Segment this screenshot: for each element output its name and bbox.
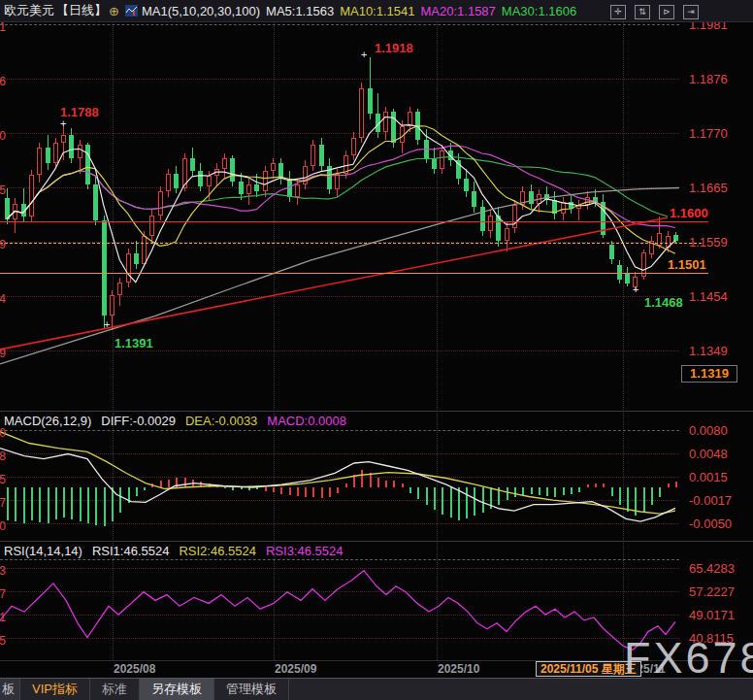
template-tab-sel[interactable]: 另存模板 bbox=[140, 679, 214, 700]
swing-high-label: 1.1918 bbox=[375, 41, 413, 55]
axis-price-label: 1.1770 bbox=[689, 126, 728, 141]
left-clipped-axis-label: 0.0015 bbox=[0, 470, 6, 483]
macd-axis-label: -0.0017 bbox=[689, 493, 732, 508]
template-tab-default[interactable]: 管理模板 bbox=[214, 679, 289, 700]
left-clipped-axis-label: 0.0048 bbox=[0, 447, 6, 460]
indicator-lines-layer bbox=[0, 0, 753, 700]
indicator-value-label: RSI3:46.5524 bbox=[266, 544, 344, 558]
left-clipped-axis-label: 1.1876 bbox=[0, 72, 6, 85]
extreme-cross-marker: + bbox=[361, 49, 367, 60]
macd-axis-label: 0.0048 bbox=[689, 447, 728, 461]
zoom-y-axis-icon[interactable]: ⇅ bbox=[635, 5, 650, 19]
panel-separator[interactable] bbox=[0, 411, 753, 412]
macd-axis-label: 0.0080 bbox=[689, 423, 728, 438]
indicator-value-label: DEA:-0.0033 bbox=[185, 414, 257, 428]
axis-price-label: 1.1454 bbox=[689, 289, 728, 304]
period-label: 【日线】 bbox=[56, 2, 107, 19]
extreme-cross-marker: + bbox=[60, 117, 66, 129]
left-clipped-axis-label: 1.1770 bbox=[0, 126, 6, 140]
ma-value-label: MA20:1.1587 bbox=[421, 4, 496, 18]
ma-value-label: MA5:1.1563 bbox=[266, 4, 334, 18]
date-axis-label: 2025/08 bbox=[114, 662, 155, 676]
chart-header-bar: 欧元美元 【日线】 ⊕ MA1(5,10,20,30,100)MA5:1.156… bbox=[0, 0, 753, 22]
template-tab-std[interactable]: 标准 bbox=[90, 679, 140, 700]
macd-dea-line bbox=[0, 432, 675, 515]
rsi-readout-row: RSI(14,14,14)RSI1:46.5524RSI2:46.5524RSI… bbox=[4, 544, 352, 558]
left-clipped-axis-label: 1.1665 bbox=[0, 181, 6, 194]
ma5-line bbox=[7, 117, 675, 282]
axis-price-label: 1.1559 bbox=[689, 235, 728, 250]
macd-axis-label: -0.0050 bbox=[689, 517, 732, 531]
last-price-dashed-line bbox=[0, 243, 702, 244]
date-axis-label: 2025/09 bbox=[275, 662, 316, 676]
indicator-value-label: RSI1:46.5524 bbox=[92, 544, 170, 558]
ma-values-readout: MA1(5,10,20,30,100)MA5:1.1563MA10:1.1541… bbox=[142, 4, 582, 18]
trend-line bbox=[0, 216, 679, 350]
left-clipped-axis-label: 0.0080 bbox=[0, 423, 6, 437]
template-tab-bar: 板VIP指标标准另存模板管理模板 bbox=[0, 678, 753, 700]
left-clipped-axis-label: -0.0050 bbox=[0, 517, 6, 530]
macd-readout-row: MACD(26,12,9)DIFF:-0.0029DEA:-0.0033MACD… bbox=[4, 414, 356, 428]
axis-price-label: 1.1876 bbox=[689, 72, 728, 86]
left-clipped-axis-label: 57.2227 bbox=[0, 584, 6, 598]
axis-price-label: 1.1665 bbox=[689, 181, 728, 195]
swing-low-label: 1.1468 bbox=[644, 295, 683, 310]
indicator-value-label: RSI2:46.5524 bbox=[179, 544, 256, 558]
left-clipped-axis-label: -0.0017 bbox=[0, 493, 6, 507]
crosshair-icon[interactable]: ✛ bbox=[610, 5, 626, 19]
axis-price-label: 1.1349 bbox=[689, 344, 728, 358]
template-tab-vip[interactable]: VIP指标 bbox=[20, 679, 90, 700]
date-axis-label: 2025/10 bbox=[438, 662, 479, 676]
chart-toolbar: ✛⇅⊳⇥ bbox=[607, 3, 704, 19]
resistance-line-label: 1.1600 bbox=[668, 206, 710, 220]
price-level-boxed-label[interactable]: 1.1319 bbox=[681, 365, 737, 383]
indicator-value-label: MACD(26,12,9) bbox=[4, 414, 91, 428]
mini-chart-icon bbox=[125, 5, 138, 17]
rsi-line bbox=[0, 571, 675, 650]
rsi-axis-label: 49.0171 bbox=[689, 608, 735, 622]
ma-value-label: MA30:1.1606 bbox=[502, 4, 576, 18]
rsi-axis-label: 40.8115 bbox=[689, 631, 734, 646]
left-clipped-axis-label: 49.0171 bbox=[0, 608, 6, 621]
rsi-axis-label: 65.4283 bbox=[689, 561, 735, 576]
left-clipped-axis-label: 40.8115 bbox=[0, 631, 6, 645]
support-line-1p1501[interactable] bbox=[0, 273, 708, 274]
support-line-label: 1.1501 bbox=[666, 257, 708, 272]
ma-value-label: MA1(5,10,20,30,100) bbox=[142, 4, 260, 18]
swing-low-label: 1.1391 bbox=[115, 336, 153, 350]
indicator-value-label: MACD:0.0008 bbox=[267, 414, 346, 428]
panel-separator[interactable] bbox=[0, 541, 753, 542]
indicator-value-label: DIFF:-0.0029 bbox=[101, 414, 176, 428]
symbol-title: 欧元美元 bbox=[4, 2, 54, 19]
left-clipped-axis-label: 1.1454 bbox=[0, 289, 6, 303]
chart-application-window: 欧元美元 【日线】 ⊕ MA1(5,10,20,30,100)MA5:1.156… bbox=[0, 0, 753, 700]
extreme-cross-marker: + bbox=[633, 283, 638, 295]
rsi-axis-label: 57.2227 bbox=[689, 584, 735, 599]
macd-axis-label: 0.0015 bbox=[689, 470, 728, 484]
ma-value-label: MA10:1.1541 bbox=[340, 4, 414, 18]
indicator-value-label: RSI(14,14,14) bbox=[4, 544, 82, 558]
extreme-cross-marker: + bbox=[104, 318, 110, 330]
template-tab-part[interactable]: 板 bbox=[0, 679, 20, 700]
left-clipped-axis-label: 1.1349 bbox=[0, 344, 6, 357]
pop-out-icon[interactable]: ⇥ bbox=[683, 5, 699, 19]
ma100-line bbox=[0, 188, 679, 364]
add-indicator-icon[interactable]: ⊕ bbox=[109, 4, 119, 18]
left-clipped-axis-label: 1.1559 bbox=[0, 235, 6, 249]
resistance-line-1p1600[interactable] bbox=[0, 221, 708, 222]
zoom-x-axis-icon[interactable]: ⊳ bbox=[659, 5, 674, 19]
left-clipped-axis-label: 65.4283 bbox=[0, 561, 6, 575]
